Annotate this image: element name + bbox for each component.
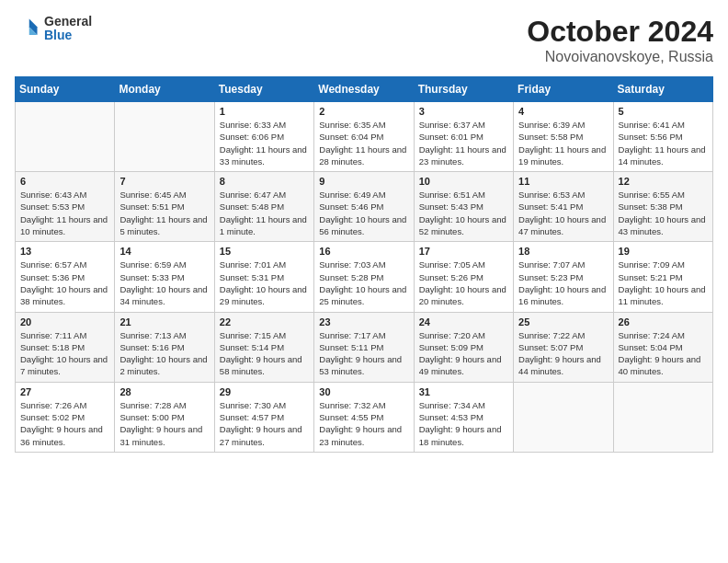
day-info: Sunrise: 6:37 AMSunset: 6:01 PMDaylight:… xyxy=(419,119,508,167)
calendar-cell: 2Sunrise: 6:35 AMSunset: 6:04 PMDaylight… xyxy=(314,102,414,172)
day-info: Sunrise: 7:32 AMSunset: 4:55 PMDaylight:… xyxy=(319,399,408,448)
day-number: 20 xyxy=(20,316,109,327)
logo: General Blue xyxy=(15,15,92,43)
day-number: 31 xyxy=(419,386,508,397)
calendar-body: 1Sunrise: 6:33 AMSunset: 6:06 PMDaylight… xyxy=(16,102,713,453)
day-number: 13 xyxy=(20,246,109,257)
calendar-cell: 10Sunrise: 6:51 AMSunset: 5:43 PMDayligh… xyxy=(414,172,513,242)
weekday-header: Tuesday xyxy=(214,77,313,102)
day-number: 17 xyxy=(419,246,508,257)
day-number: 8 xyxy=(220,176,309,187)
day-info: Sunrise: 7:22 AMSunset: 5:07 PMDaylight:… xyxy=(518,329,608,378)
logo-blue: Blue xyxy=(44,29,92,42)
day-info: Sunrise: 6:45 AMSunset: 5:51 PMDaylight:… xyxy=(119,189,209,237)
month-title: October 2024 xyxy=(527,15,713,49)
weekday-header: Wednesday xyxy=(314,77,414,102)
calendar-cell: 20Sunrise: 7:11 AMSunset: 5:18 PMDayligh… xyxy=(16,312,115,382)
calendar-cell: 14Sunrise: 6:59 AMSunset: 5:33 PMDayligh… xyxy=(115,242,214,312)
day-number: 5 xyxy=(619,106,708,117)
calendar-cell xyxy=(115,102,214,172)
weekday-row: SundayMondayTuesdayWednesdayThursdayFrid… xyxy=(16,77,713,102)
day-info: Sunrise: 7:13 AMSunset: 5:16 PMDaylight:… xyxy=(119,329,209,378)
day-info: Sunrise: 6:33 AMSunset: 6:06 PMDaylight:… xyxy=(220,119,309,167)
calendar-cell: 7Sunrise: 6:45 AMSunset: 5:51 PMDaylight… xyxy=(115,172,214,242)
day-info: Sunrise: 7:24 AMSunset: 5:04 PMDaylight:… xyxy=(619,329,708,378)
title-block: October 2024 Novoivanovskoye, Russia xyxy=(527,15,713,65)
weekday-header: Friday xyxy=(514,77,613,102)
logo-icon xyxy=(15,16,40,41)
day-info: Sunrise: 6:41 AMSunset: 5:56 PMDaylight:… xyxy=(619,119,708,167)
day-info: Sunrise: 6:57 AMSunset: 5:36 PMDaylight:… xyxy=(20,259,109,307)
day-info: Sunrise: 7:01 AMSunset: 5:31 PMDaylight:… xyxy=(220,259,309,307)
calendar-cell: 8Sunrise: 6:47 AMSunset: 5:48 PMDaylight… xyxy=(214,172,313,242)
calendar-cell: 19Sunrise: 7:09 AMSunset: 5:21 PMDayligh… xyxy=(613,242,712,312)
day-number: 28 xyxy=(119,386,209,397)
day-number: 23 xyxy=(319,316,408,327)
calendar-cell: 4Sunrise: 6:39 AMSunset: 5:58 PMDaylight… xyxy=(514,102,613,172)
weekday-header: Thursday xyxy=(414,77,513,102)
calendar-cell: 27Sunrise: 7:26 AMSunset: 5:02 PMDayligh… xyxy=(16,382,115,452)
calendar-cell: 13Sunrise: 6:57 AMSunset: 5:36 PMDayligh… xyxy=(16,242,115,312)
day-info: Sunrise: 7:28 AMSunset: 5:00 PMDaylight:… xyxy=(119,399,209,448)
day-number: 26 xyxy=(619,316,708,327)
day-number: 30 xyxy=(319,386,408,397)
day-number: 3 xyxy=(419,106,508,117)
page-header: General Blue October 2024 Novoivanovskoy… xyxy=(15,15,713,65)
calendar-cell: 11Sunrise: 6:53 AMSunset: 5:41 PMDayligh… xyxy=(514,172,613,242)
calendar-cell: 24Sunrise: 7:20 AMSunset: 5:09 PMDayligh… xyxy=(414,312,513,382)
day-info: Sunrise: 6:55 AMSunset: 5:38 PMDaylight:… xyxy=(619,189,708,237)
calendar-cell xyxy=(514,382,613,452)
day-number: 16 xyxy=(319,246,408,257)
location-title: Novoivanovskoye, Russia xyxy=(527,49,713,65)
day-number: 7 xyxy=(119,176,209,187)
calendar-cell xyxy=(613,382,712,452)
day-number: 24 xyxy=(419,316,508,327)
calendar-cell: 23Sunrise: 7:17 AMSunset: 5:11 PMDayligh… xyxy=(314,312,414,382)
calendar-week-row: 6Sunrise: 6:43 AMSunset: 5:53 PMDaylight… xyxy=(16,172,713,242)
weekday-header: Sunday xyxy=(16,77,115,102)
calendar-cell: 3Sunrise: 6:37 AMSunset: 6:01 PMDaylight… xyxy=(414,102,513,172)
day-number: 14 xyxy=(119,246,209,257)
day-info: Sunrise: 6:39 AMSunset: 5:58 PMDaylight:… xyxy=(518,119,608,167)
day-info: Sunrise: 7:09 AMSunset: 5:21 PMDaylight:… xyxy=(619,259,708,307)
calendar-cell: 12Sunrise: 6:55 AMSunset: 5:38 PMDayligh… xyxy=(613,172,712,242)
day-number: 29 xyxy=(220,386,309,397)
calendar-cell: 30Sunrise: 7:32 AMSunset: 4:55 PMDayligh… xyxy=(314,382,414,452)
day-info: Sunrise: 6:51 AMSunset: 5:43 PMDaylight:… xyxy=(419,189,508,237)
day-info: Sunrise: 7:26 AMSunset: 5:02 PMDaylight:… xyxy=(20,399,109,448)
day-info: Sunrise: 7:34 AMSunset: 4:53 PMDaylight:… xyxy=(419,399,508,448)
day-number: 18 xyxy=(518,246,608,257)
day-info: Sunrise: 6:49 AMSunset: 5:46 PMDaylight:… xyxy=(319,189,408,237)
day-info: Sunrise: 7:20 AMSunset: 5:09 PMDaylight:… xyxy=(419,329,508,378)
day-info: Sunrise: 7:05 AMSunset: 5:26 PMDaylight:… xyxy=(419,259,508,307)
day-number: 22 xyxy=(220,316,309,327)
calendar-cell: 16Sunrise: 7:03 AMSunset: 5:28 PMDayligh… xyxy=(314,242,414,312)
calendar-cell: 5Sunrise: 6:41 AMSunset: 5:56 PMDaylight… xyxy=(613,102,712,172)
day-number: 19 xyxy=(619,246,708,257)
calendar-cell: 18Sunrise: 7:07 AMSunset: 5:23 PMDayligh… xyxy=(514,242,613,312)
day-info: Sunrise: 6:43 AMSunset: 5:53 PMDaylight:… xyxy=(20,189,109,237)
calendar-cell: 1Sunrise: 6:33 AMSunset: 6:06 PMDaylight… xyxy=(214,102,313,172)
day-info: Sunrise: 6:59 AMSunset: 5:33 PMDaylight:… xyxy=(119,259,209,307)
day-number: 15 xyxy=(220,246,309,257)
calendar-cell: 31Sunrise: 7:34 AMSunset: 4:53 PMDayligh… xyxy=(414,382,513,452)
day-number: 25 xyxy=(518,316,608,327)
calendar-cell: 6Sunrise: 6:43 AMSunset: 5:53 PMDaylight… xyxy=(16,172,115,242)
day-number: 27 xyxy=(20,386,109,397)
day-number: 2 xyxy=(319,106,408,117)
day-number: 6 xyxy=(20,176,109,187)
calendar-cell: 25Sunrise: 7:22 AMSunset: 5:07 PMDayligh… xyxy=(514,312,613,382)
day-info: Sunrise: 7:15 AMSunset: 5:14 PMDaylight:… xyxy=(220,329,309,378)
calendar-cell xyxy=(16,102,115,172)
day-number: 4 xyxy=(518,106,608,117)
day-info: Sunrise: 7:07 AMSunset: 5:23 PMDaylight:… xyxy=(518,259,608,307)
logo-general: General xyxy=(44,15,92,29)
day-number: 1 xyxy=(220,106,309,117)
weekday-header: Saturday xyxy=(613,77,712,102)
calendar-cell: 28Sunrise: 7:28 AMSunset: 5:00 PMDayligh… xyxy=(115,382,214,452)
calendar-table: SundayMondayTuesdayWednesdayThursdayFrid… xyxy=(15,76,713,453)
day-info: Sunrise: 7:17 AMSunset: 5:11 PMDaylight:… xyxy=(319,329,408,378)
calendar-week-row: 20Sunrise: 7:11 AMSunset: 5:18 PMDayligh… xyxy=(16,312,713,382)
calendar-week-row: 1Sunrise: 6:33 AMSunset: 6:06 PMDaylight… xyxy=(16,102,713,172)
day-number: 12 xyxy=(619,176,708,187)
